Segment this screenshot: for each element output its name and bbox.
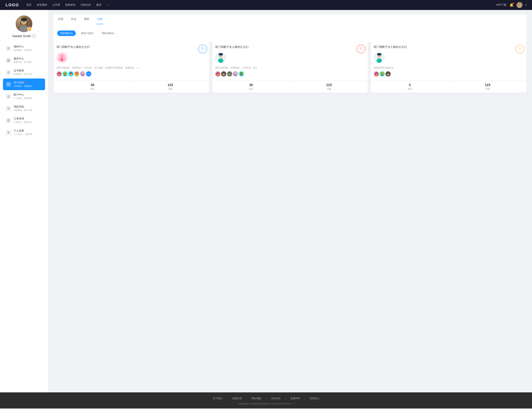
member-avatar-3-1: 👩 [374, 71, 379, 76]
svg-point-51 [377, 53, 381, 56]
sub-tab-created[interactable]: 我创建的(2) [57, 30, 76, 36]
menu-title-qbank: 题库中心 [14, 57, 42, 60]
tab-groups[interactable]: 小组 [96, 14, 103, 24]
footer-link-disclaimer[interactable]: 免费声明 [287, 397, 304, 400]
nav-news[interactable]: 新闻资讯 [65, 3, 75, 7]
course-icon [6, 46, 11, 51]
footer-link-franchise[interactable]: 加盟代理 [229, 397, 246, 400]
svg-point-54 [380, 56, 381, 56]
stamp-svg-2: 已加入 ★★★ [357, 44, 366, 54]
stat-label-members-1: 成员 [54, 87, 131, 91]
member-avatar-3-2: 👩‍🦰 [380, 71, 385, 76]
member-more-1: +15 [86, 71, 91, 76]
group-card-1[interactable]: 双门洞豹子夫人家的公主们 已加入 ★★★ [54, 42, 209, 93]
sidebar-item-qbank[interactable]: 题库中心 海量习题、助力通关 [3, 55, 45, 66]
menu-subtitle-settings: 个人信息、一键管理 [14, 133, 42, 136]
header: LOGO 首页 发现课程 公开课 新闻资讯 问答社区 题库 ··· APP下载 … [0, 0, 532, 10]
card-desc-2: 爱音乐爱电影，更爱旅游，个性好强，但又 [215, 66, 365, 69]
stat-members-3: 3 成员 [371, 81, 449, 93]
nav-qa[interactable]: 问答社区 [81, 3, 91, 7]
nav-home[interactable]: 首页 [27, 3, 32, 7]
sidebar-item-orders[interactable]: 订单管理 订单支出、明明白白 [3, 114, 45, 126]
card-members-3: 👩 👩‍🦰 👨 [374, 71, 523, 76]
sidebar-item-messages[interactable]: 我的消息 消息通知、及时了解 [3, 102, 45, 114]
svg-point-52 [377, 58, 382, 63]
tab-materials[interactable]: 资料 [83, 14, 90, 24]
member-avatar-2-1: 👩 [215, 71, 220, 76]
sidebar-item-account[interactable]: 账户中心 个人权益、实时掌握 [3, 91, 45, 102]
stat-num-topics-3: 123 [449, 83, 526, 87]
stat-label-members-2: 成员 [212, 87, 290, 91]
svg-point-45 [516, 45, 524, 53]
stat-label-topics-2: 话题 [290, 87, 368, 91]
card-members-2: 👩 👨 👨‍🦱 👩‍🦳 👩‍🦱 [215, 71, 365, 76]
stat-topics-3: 123 话题 [449, 81, 526, 93]
sub-tab-joined[interactable]: 我加入的(4) [78, 30, 96, 36]
menu-subtitle-studyqa: 课后重温、疑难解答 [14, 85, 42, 88]
group-avatar-svg-3 [374, 52, 385, 63]
sidebar-item-settings[interactable]: 个人设置 个人信息、一键管理 [3, 127, 45, 138]
card-header-1: 双门洞豹子夫人家的公主们 已加入 ★★★ [54, 42, 209, 81]
sidebar-item-studyqa[interactable]: 学习问答 课后重温、疑难解答 [3, 78, 45, 90]
svg-text:已加入: 已加入 [518, 47, 522, 49]
badge-icon: ★ [28, 28, 30, 30]
svg-point-42 [218, 58, 223, 63]
card-header-2: 双门洞豹子夫人家的公主们 已加入 ★★★ [212, 42, 368, 81]
app-download-button[interactable]: APP下载 [496, 3, 506, 7]
user-dropdown-arrow[interactable]: ▾ [525, 4, 526, 6]
svg-rect-3 [7, 47, 9, 48]
footer-link-about[interactable]: 关于我们 [209, 397, 226, 400]
member-avatar-1-4: 👨‍🦱 [74, 71, 79, 76]
sidebar-item-course[interactable]: 课程中心 精彩课程、不容错过 [3, 43, 45, 54]
menu-title-cert: 证书荣誉 [14, 69, 42, 72]
stat-num-members-2: 30 [212, 83, 290, 87]
user-name-text: Natalie Smith [12, 34, 31, 38]
sidebar-item-cert[interactable]: 证书荣誉 收获荣誉、持证上岗 [3, 66, 45, 78]
svg-text:已加入: 已加入 [201, 47, 204, 49]
nav-open-course[interactable]: 公开课 [52, 3, 60, 7]
footer-link-partners[interactable]: 合作伙伴 [267, 397, 284, 400]
member-avatar-1-1: 👩 [56, 71, 62, 76]
avatar[interactable] [516, 2, 523, 8]
footer-link-sitemap[interactable]: 网站地图 [248, 397, 265, 400]
card-stamp-1: 已加入 ★★★ [198, 44, 207, 54]
notification-bell[interactable]: 🔔 [509, 3, 514, 7]
nav-discover[interactable]: 发现课程 [37, 3, 47, 7]
nav-question-bank[interactable]: 题库 [96, 3, 101, 7]
svg-text:♥: ♥ [62, 56, 63, 57]
group-card-2[interactable]: 双门洞豹子夫人家的公主们 已加入 ★★★ [212, 42, 368, 93]
svg-rect-11 [7, 83, 9, 85]
user-name-row: Natalie Smith ID [12, 34, 36, 38]
footer-divider-4: ｜ [284, 397, 287, 400]
svg-rect-8 [8, 60, 9, 61]
card-title-3: 双门洞豹子夫人家的公主们 [374, 45, 494, 49]
svg-point-19 [8, 132, 9, 133]
stamp-svg-1: 已加入 ★★★ [198, 44, 207, 54]
content-wrapper: 问答 作业 资料 小组 我创建的(2) 我加入的(4) 我的话题(4) [54, 14, 526, 42]
stat-members-1: 30 成员 [54, 81, 131, 93]
svg-point-35 [357, 45, 365, 53]
svg-rect-12 [8, 97, 9, 97]
footer: 关于我们 ｜ 加盟代理 ｜ 网站地图 ｜ 合作伙伴 ｜ 免费声明 ｜ 招贤纳士 … [0, 392, 532, 409]
nav-more[interactable]: ··· [107, 3, 109, 7]
tab-qa[interactable]: 问答 [57, 14, 64, 24]
svg-point-28 [59, 56, 61, 57]
menu-text-orders: 订单管理 订单支出、明明白白 [14, 117, 42, 124]
menu-subtitle-qbank: 海量习题、助力通关 [14, 61, 42, 64]
sub-tab-topics[interactable]: 我的话题(4) [99, 30, 117, 36]
tab-homework[interactable]: 作业 [70, 14, 77, 24]
group-avatar-large-3 [374, 52, 385, 63]
group-card-3[interactable]: 双门洞豹子夫人家的公主们 已加入 ★★★ [371, 42, 526, 93]
orders-icon [6, 118, 11, 123]
footer-divider-5: ｜ [304, 397, 306, 400]
settings-icon [6, 130, 11, 135]
footer-link-careers[interactable]: 招贤纳士 [306, 397, 323, 400]
stat-topics-1: 123 话题 [131, 81, 209, 93]
body-layout: ★ Natalie Smith ID 课程中心 精彩课程、不容错过 [0, 10, 532, 392]
footer-copyright: Copyright© 云朵商学院 版权所有 京ICP备17051340号－1 [0, 402, 532, 406]
member-avatar-1-2: 👩‍🦰 [63, 71, 68, 76]
avatar-image [516, 2, 523, 8]
account-icon [6, 94, 11, 99]
stat-num-topics-1: 123 [131, 83, 209, 87]
svg-point-21 [200, 46, 206, 52]
